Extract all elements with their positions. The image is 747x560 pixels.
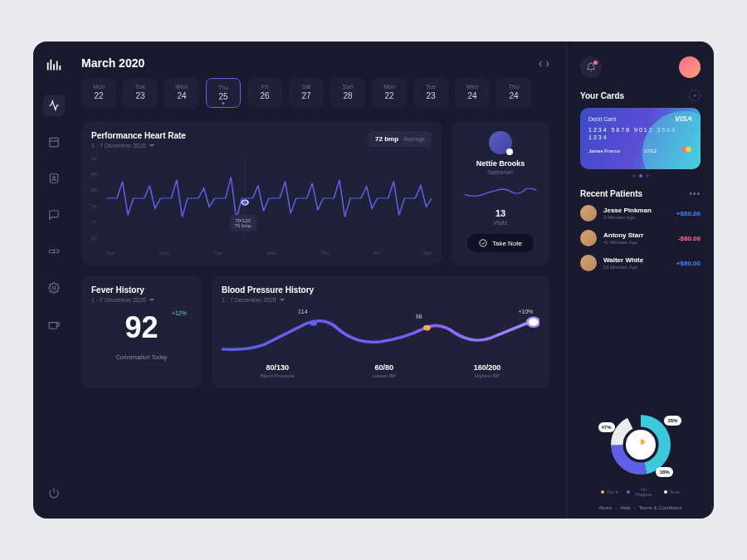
visits-sparkline [461,182,540,203]
calendar-strip: Mon22Tue23Wed24Thu25Fri26Sat27Sun28Mon22… [81,78,549,108]
nav-settings-icon[interactable] [43,277,65,299]
svg-point-8 [310,320,317,326]
blood-pressure-card: Blood Pressure History 1 - 7 December 20… [212,275,549,388]
nav-contacts-icon[interactable] [43,168,65,189]
svg-point-12 [686,147,691,153]
heart-chart: 908580757065 70/120 75 bmp SunMonTueWedT… [91,156,432,256]
profile-role: Salesman [487,169,513,175]
calendar-prev[interactable]: ‹ [539,56,543,70]
profile-card: Nettie Brooks Salesman 13 Visits Take No… [452,121,549,265]
heart-rate-card: Performance Heart Rate 1 - 7 December 20… [81,121,442,265]
footer-about[interactable]: About [598,505,612,510]
take-note-button[interactable]: Take Note [467,234,534,252]
visits-label: Visits [494,220,508,226]
donut-chart-card: 47% 28% 18% Don eOn ProgressTo do [580,407,701,497]
donut-badge-2: 28% [664,416,681,426]
svg-point-4 [52,286,56,290]
svg-rect-0 [50,138,59,147]
patient-row[interactable]: Antony Starr41 Minutes Ago-$80.00 [580,230,701,246]
patient-row[interactable]: Jesse Pinkman2 Minutes Ago+$80.00 [580,205,701,222]
nav-coffee-icon[interactable] [43,314,65,335]
footer-links: About • Help • Terms & Conditions [580,505,701,510]
nav-activity-icon[interactable] [43,95,65,116]
day-card[interactable]: Tue23 [413,78,448,108]
nav-pill-icon[interactable] [43,241,65,262]
profile-avatar [489,131,512,154]
day-card[interactable]: Fri26 [247,78,282,108]
donut-chart: 47% 28% 18% [603,407,678,482]
visits-count: 13 [496,208,505,218]
fever-subtitle[interactable]: 1 - 7 December 2020 [91,296,192,304]
fever-title: Fever History [91,285,192,295]
fever-value: 92 [91,313,192,343]
right-panel: Your Cards + Debit Card VISA 1234 5678 9… [566,41,714,519]
nav-chat-icon[interactable] [43,204,65,226]
notifications-button[interactable] [580,56,602,78]
user-avatar[interactable] [679,56,701,78]
credit-card[interactable]: Debit Card VISA 1234 5678 9012 3564 1234… [580,108,701,169]
day-card[interactable]: Wed24 [164,78,199,108]
profile-name: Nettie Brooks [476,159,525,168]
month-title: March 2020 [81,56,144,70]
nav-calendar-icon[interactable] [43,131,65,153]
heart-subtitle[interactable]: 1 - 7 December 2020 [91,142,186,149]
bp-peak-2: 98 [416,314,422,319]
bp-peak-1: 114 [298,309,308,314]
day-card[interactable]: Tue23 [123,78,158,108]
donut-badge-3: 18% [656,467,672,477]
cc-number: 1234 5678 9012 3564 [588,127,692,133]
fever-label: Conversation Today [91,354,192,360]
legend-item: On Progress [627,487,656,497]
footer-terms[interactable]: Terms & Conditions [639,505,682,510]
bp-title: Blood Pressure History [222,285,540,295]
logo [45,56,63,78]
heart-title: Performance Heart Rate [91,131,186,140]
mastercard-icon [681,145,692,153]
bmp-badge: 72 bmp Average [369,131,432,147]
bp-stat: 160/200Highest BP [474,363,501,378]
cc-exp: 17/12 [644,149,657,153]
day-card[interactable]: Sun28 [330,78,365,108]
patient-row[interactable]: Walter White52 Minutes Ago+$80.00 [580,255,701,271]
svg-point-7 [480,240,486,246]
patients-more[interactable]: ••• [689,189,701,198]
bp-change: +10% [518,309,533,314]
main-content: March 2020 ‹ › Mon22Tue23Wed24Thu25Fri26… [75,41,566,519]
legend-item: To do [664,487,680,497]
day-card[interactable]: Mon22 [372,78,407,108]
svg-point-9 [423,325,431,331]
day-card[interactable]: Thu25 [206,78,241,108]
bp-stat: 60/80Lowest BP [372,363,396,378]
day-card[interactable]: Thu24 [496,78,531,108]
bp-stat: 80/130Blood Pressure [261,363,295,378]
cc-extra: 1234 [588,134,692,140]
legend-item: Don e [601,487,618,497]
svg-point-2 [53,177,55,178]
bp-chart: 114 98 +10% [222,312,540,358]
day-card[interactable]: Sat27 [289,78,324,108]
bp-subtitle[interactable]: 1 - 7 December 2020 [222,296,540,304]
fever-card: Fever History 1 - 7 December 2020 +12% 9… [81,275,202,388]
cc-name: James Franco [588,149,620,153]
footer-help[interactable]: Help [620,505,630,510]
heart-tooltip: 70/120 75 bmp [230,215,256,231]
cc-brand: VISA [675,114,692,123]
svg-point-6 [242,200,248,205]
sidebar [33,41,75,519]
cards-title: Your Cards [580,91,624,100]
calendar-next[interactable]: › [545,56,549,70]
add-card-button[interactable]: + [689,90,701,101]
card-pagination[interactable] [580,174,701,178]
day-card[interactable]: Mon22 [81,78,116,108]
patients-title: Recent Patients [580,189,642,198]
donut-badge-1: 47% [598,422,615,432]
day-card[interactable]: Wed24 [455,78,490,108]
nav-power-icon[interactable] [43,482,65,504]
svg-point-10 [527,318,540,327]
